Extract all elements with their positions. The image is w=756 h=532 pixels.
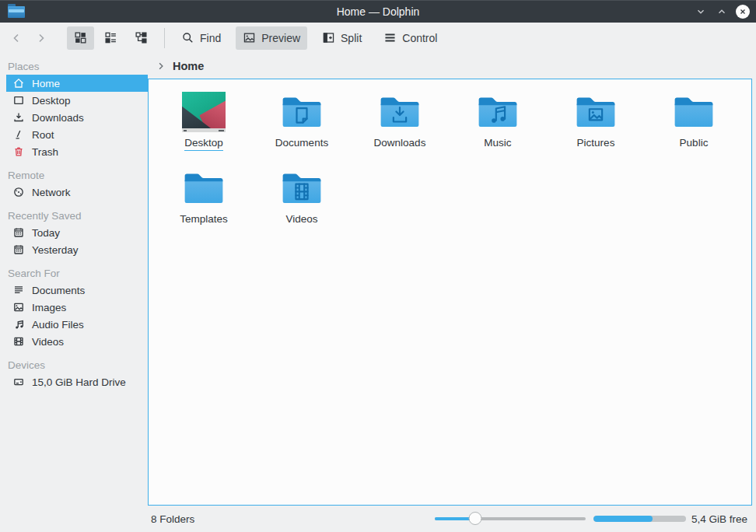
folder-icon	[380, 89, 420, 135]
folder-item-label: Videos	[285, 213, 317, 226]
folder-item-label: Music	[484, 137, 511, 149]
folder-item-templates[interactable]: Templates	[155, 164, 253, 240]
sidebar-item-label: 15,0 GiB Hard Drive	[32, 376, 126, 388]
home-icon	[12, 77, 25, 89]
sidebar-item-today[interactable]: Today	[6, 224, 148, 241]
back-button[interactable]	[5, 26, 28, 50]
preview-button[interactable]: Preview	[236, 26, 307, 50]
preview-image-icon	[243, 31, 256, 44]
toolbar-separator	[164, 28, 165, 48]
folder-item-label: Pictures	[577, 137, 615, 149]
sidebar-item-label: Today	[32, 227, 60, 239]
toolbar: Find Preview Split Control	[0, 23, 756, 53]
folder-item-documents[interactable]: Documents	[253, 88, 351, 164]
sidebar-item-root[interactable]: Root	[6, 126, 148, 143]
sidebar-item-label: Yesterday	[32, 244, 79, 256]
root-icon	[12, 128, 25, 141]
section-header-remote: Remote	[0, 166, 148, 184]
folder-item-pictures[interactable]: Pictures	[547, 88, 645, 164]
desktop-preview-thumbnail	[182, 89, 226, 135]
section-header-recently-saved: Recently Saved	[0, 207, 148, 224]
split-view-icon	[322, 31, 335, 44]
desktop-icon	[12, 94, 25, 107]
sidebar-item-documents[interactable]: Documents	[6, 282, 148, 299]
sidebar-item-network[interactable]: Network	[6, 184, 148, 201]
calendar-icon	[12, 226, 25, 239]
zoom-slider-handle[interactable]	[469, 512, 482, 525]
folder-icon	[184, 166, 224, 211]
folder-item-videos[interactable]: Videos	[253, 164, 351, 240]
search-icon	[181, 31, 194, 44]
section-header-places: Places	[0, 58, 148, 75]
titlebar: Home — Dolphin	[0, 0, 756, 23]
sidebar-item-label: Audio Files	[32, 319, 84, 331]
drive-icon	[12, 376, 25, 388]
folder-icon	[674, 89, 714, 135]
sidebar-item-label: Documents	[32, 285, 85, 296]
folders-count: 8 Folders	[151, 513, 194, 525]
sidebar-item-trash[interactable]: Trash	[6, 143, 148, 160]
folder-icon	[478, 89, 518, 135]
sidebar-item-downloads[interactable]: Downloads	[6, 109, 148, 126]
folder-item-label: Desktop	[184, 137, 223, 151]
view-icons-button[interactable]	[67, 26, 94, 50]
network-icon	[12, 186, 25, 198]
close-icon[interactable]	[736, 5, 750, 19]
control-label: Control	[402, 32, 437, 44]
folder-view[interactable]: Desktop Documents Downloads Music Pictur…	[148, 79, 752, 506]
folder-item-label: Downloads	[374, 137, 426, 149]
folder-item-music[interactable]: Music	[449, 88, 547, 164]
breadcrumb[interactable]: Home	[148, 53, 752, 79]
forward-button[interactable]	[30, 26, 53, 50]
view-tree-button[interactable]	[128, 26, 155, 50]
sidebar-item-label: Downloads	[32, 112, 84, 124]
sidebar-item-videos[interactable]: Videos	[6, 333, 148, 350]
maximize-icon[interactable]	[715, 5, 729, 19]
places-panel: PlacesHomeDesktopDownloadsRootTrashRemot…	[0, 53, 148, 532]
audio-icon	[12, 318, 25, 331]
sidebar-item-label: Root	[32, 129, 54, 141]
sidebar-item-label: Desktop	[32, 95, 71, 107]
sidebar-item-label: Images	[32, 302, 66, 313]
find-label: Find	[200, 32, 221, 44]
preview-label: Preview	[261, 32, 300, 44]
find-button[interactable]: Find	[174, 26, 228, 50]
free-space-label: 5,4 GiB free	[691, 513, 747, 525]
folder-item-label: Public	[680, 137, 709, 149]
section-header-devices: Devices	[0, 356, 148, 373]
sidebar-item-audio-files[interactable]: Audio Files	[6, 316, 148, 333]
split-button[interactable]: Split	[315, 26, 369, 50]
dolphin-window: Home — Dolphin	[0, 0, 756, 532]
statusbar: 8 Folders 5,4 GiB free	[148, 506, 752, 532]
document-icon	[12, 284, 25, 296]
sidebar-item-label: Trash	[32, 146, 58, 158]
folder-icon	[282, 166, 322, 211]
sidebar-item-desktop[interactable]: Desktop	[6, 92, 148, 109]
disk-capacity-bar	[593, 516, 686, 522]
window-title: Home — Dolphin	[0, 5, 756, 18]
download-icon	[12, 111, 25, 124]
image-icon	[12, 301, 25, 313]
control-button[interactable]: Control	[376, 26, 444, 50]
sidebar-item-home[interactable]: Home	[6, 75, 148, 92]
trash-icon	[12, 145, 25, 158]
split-label: Split	[341, 32, 362, 44]
chevron-right-icon	[156, 61, 166, 71]
view-details-button[interactable]	[97, 26, 124, 50]
folder-item-downloads[interactable]: Downloads	[351, 88, 449, 164]
folder-item-label: Documents	[275, 137, 328, 149]
folder-icon	[282, 89, 322, 135]
zoom-slider[interactable]	[435, 512, 586, 526]
sidebar-item-images[interactable]: Images	[6, 299, 148, 316]
folder-item-public[interactable]: Public	[645, 88, 743, 164]
minimize-icon[interactable]	[694, 5, 708, 19]
section-header-search-for: Search For	[0, 264, 148, 282]
sidebar-item-yesterday[interactable]: Yesterday	[6, 241, 148, 258]
sidebar-item-label: Network	[32, 187, 71, 198]
hamburger-menu-icon	[383, 31, 397, 44]
breadcrumb-location[interactable]: Home	[173, 60, 204, 72]
sidebar-item-15-0-gib-hard-drive[interactable]: 15,0 GiB Hard Drive	[6, 373, 148, 390]
folder-icon	[576, 89, 616, 135]
video-icon	[12, 335, 25, 348]
folder-item-desktop[interactable]: Desktop	[155, 88, 253, 164]
